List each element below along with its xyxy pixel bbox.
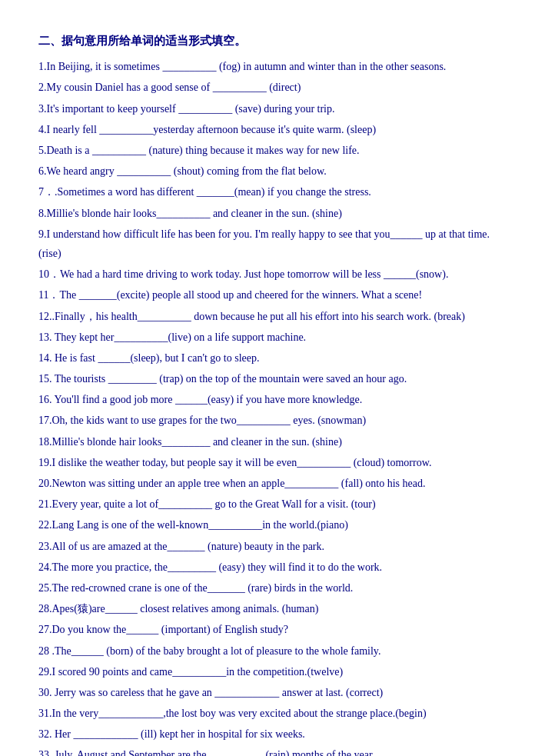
- list-item: 28.Apes(猿)are______ closest relatives am…: [38, 599, 497, 618]
- list-item: 30. Jerry was so careless that he gave a…: [38, 683, 497, 702]
- section-title: 二、据句意用所给单词的适当形式填空。: [38, 31, 497, 51]
- list-item: 13. They kept her__________(live) on a l…: [38, 328, 497, 347]
- exercise-list: 1.In Beijing, it is sometimes __________…: [38, 57, 497, 756]
- list-item: 23.All of us are amazed at the_______ (n…: [38, 537, 497, 556]
- list-item: 14. He is fast ______(sleep), but I can'…: [38, 348, 497, 368]
- list-item: 1.In Beijing, it is sometimes __________…: [38, 57, 497, 76]
- list-item: 33. July, August and September are the _…: [38, 745, 497, 756]
- list-item: 10．We had a hard time driving to work to…: [38, 265, 497, 284]
- list-item: 16. You'll find a good job more ______(e…: [38, 390, 497, 409]
- list-item: 22.Lang Lang is one of the well-known___…: [38, 515, 497, 535]
- list-item: 28 .The______ (born) of the baby brought…: [38, 641, 497, 661]
- list-item: 17.Oh, the kids want to use grapes for t…: [38, 411, 497, 430]
- list-item: 3.It's important to keep yourself ______…: [38, 99, 497, 118]
- list-item: 20.Newton was sitting under an apple tre…: [38, 474, 497, 493]
- list-item: 7．.Sometimes a word has different ______…: [38, 182, 497, 201]
- list-item: 8.Millie's blonde hair looks__________ a…: [38, 204, 497, 223]
- list-item: 4.I nearly fell __________yesterday afte…: [38, 120, 497, 139]
- list-item: 25.The red-crowned crane is one of the__…: [38, 578, 497, 598]
- list-item: 27.Do you know the______ (important) of …: [38, 620, 497, 639]
- list-item: 5.Death is a __________ (nature) thing b…: [38, 141, 497, 160]
- list-item: 15. The tourists _________ (trap) on the…: [38, 369, 497, 388]
- list-item: 9.I understand how difficult life has be…: [38, 225, 497, 263]
- list-item: 2.My cousin Daniel has a good sense of _…: [38, 78, 497, 97]
- list-item: 24.The more you practice, the_________ (…: [38, 558, 497, 577]
- list-item: 31.In the very____________,the lost boy …: [38, 704, 497, 723]
- list-item: 12..Finally，his health__________ down be…: [38, 307, 497, 326]
- list-item: 18.Millie's blonde hair looks_________ a…: [38, 432, 497, 451]
- list-item: 6.We heard angry __________ (shout) comi…: [38, 162, 497, 181]
- list-item: 19.I dislike the weather today, but peop…: [38, 453, 497, 472]
- list-item: 29.I scored 90 points and came__________…: [38, 662, 497, 681]
- list-item: 32. Her ____________ (ill) kept her in h…: [38, 724, 497, 744]
- list-item: 21.Every year, quite a lot of__________ …: [38, 495, 497, 514]
- list-item: 11．The _______(excite) people all stood …: [38, 285, 497, 305]
